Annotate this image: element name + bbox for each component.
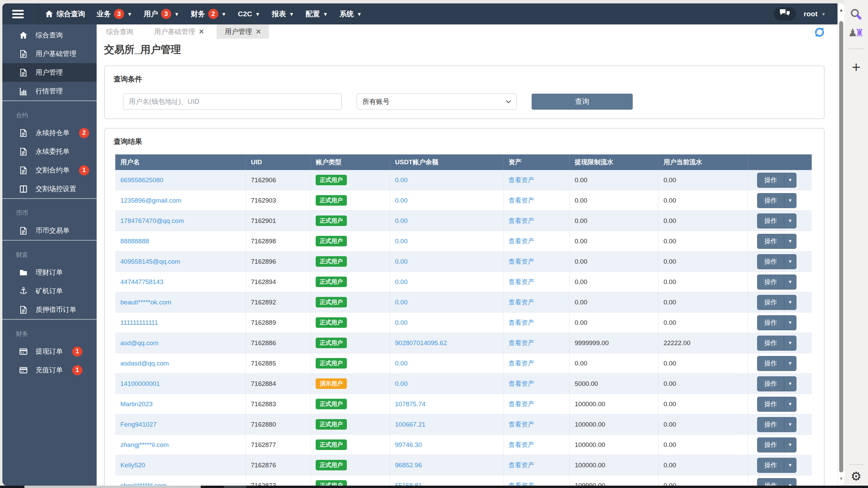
sidebar-toggle-button[interactable]	[2, 3, 34, 24]
view-assets-link[interactable]: 查看资产	[509, 481, 534, 486]
usdt-balance-link[interactable]: 96852.96	[395, 462, 422, 469]
username-link[interactable]: 88888888	[120, 238, 149, 245]
view-assets-link[interactable]: 查看资产	[509, 359, 534, 368]
view-assets-link[interactable]: 查看资产	[509, 176, 534, 185]
action-split-button[interactable]: 操作 ▼	[757, 417, 796, 432]
action-dropdown-caret[interactable]: ▼	[784, 255, 796, 269]
vertical-scrollbar[interactable]: ▲ ▼	[837, 3, 844, 486]
chess-extension-button[interactable]: ♟ ♜	[844, 28, 868, 38]
action-split-button[interactable]: 操作 ▼	[757, 397, 796, 412]
action-dropdown-caret[interactable]: ▼	[784, 356, 796, 371]
action-dropdown-caret[interactable]: ▼	[784, 377, 796, 391]
view-assets-link[interactable]: 查看资产	[509, 217, 534, 225]
search-tool-button[interactable]	[844, 8, 868, 20]
view-assets-link[interactable]: 查看资产	[509, 196, 534, 205]
user-menu[interactable]: root ▼	[804, 10, 826, 18]
action-button-label[interactable]: 操作	[757, 478, 784, 486]
username-link[interactable]: Kelly520	[120, 462, 145, 469]
sidebar-item-delivery[interactable]: 交割合约单1	[2, 161, 97, 180]
usdt-balance-link[interactable]: 0.00	[395, 258, 408, 265]
action-dropdown-caret[interactable]: ▼	[784, 234, 796, 248]
username-link[interactable]: 111111111111	[120, 319, 158, 326]
action-split-button[interactable]: 操作 ▼	[757, 478, 796, 486]
usdt-balance-link[interactable]: 0.00	[395, 319, 408, 326]
tab-综合查询[interactable]: 综合查询	[98, 24, 141, 39]
sidebar-item-query[interactable]: 综合查询	[2, 26, 97, 44]
sidebar-item-wealth-orders[interactable]: 理财订单	[2, 263, 97, 282]
usdt-balance-link[interactable]: 0.00	[395, 380, 408, 388]
username-link[interactable]: 409558145@qq.com	[120, 258, 180, 265]
username-link[interactable]: Feng941027	[120, 421, 157, 428]
action-split-button[interactable]: 操作 ▼	[757, 234, 796, 249]
refresh-button[interactable]	[814, 26, 825, 39]
usdt-balance-link[interactable]: 107875.74	[395, 400, 426, 408]
action-button-label[interactable]: 操作	[757, 255, 784, 269]
sidebar-item-market[interactable]: 行情管理	[2, 82, 97, 100]
action-dropdown-caret[interactable]: ▼	[784, 214, 796, 228]
action-split-button[interactable]: 操作 ▼	[757, 356, 796, 371]
sidebar-item-delivery-ctrl[interactable]: 交割场控设置	[2, 180, 97, 198]
usdt-balance-link[interactable]: 0.00	[395, 238, 408, 245]
usdt-balance-link[interactable]: 0.00	[395, 217, 408, 225]
username-link[interactable]: beauti*****ok.com	[120, 299, 171, 306]
action-dropdown-caret[interactable]: ▼	[784, 397, 796, 411]
action-button-label[interactable]: 操作	[757, 458, 784, 472]
action-button-label[interactable]: 操作	[757, 417, 784, 432]
close-icon[interactable]: ×	[199, 27, 204, 36]
view-assets-link[interactable]: 查看资产	[509, 440, 534, 449]
sidebar-item-miner-orders[interactable]: ⚓矿机订单	[2, 282, 97, 300]
view-assets-link[interactable]: 查看资产	[509, 237, 534, 246]
action-button-label[interactable]: 操作	[757, 234, 784, 248]
tab-用户基础管理[interactable]: 用户基础管理×	[146, 24, 212, 39]
nav-item-users[interactable]: 用户3▼	[138, 3, 185, 24]
action-button-label[interactable]: 操作	[757, 295, 784, 309]
account-type-select[interactable]: 所有账号	[357, 93, 517, 110]
sidebar-item-perp-orders[interactable]: 永续委托单	[2, 142, 97, 161]
sidebar-item-pledge-orders[interactable]: 质押借币订单	[2, 300, 97, 319]
usdt-balance-link[interactable]: 902807014095.62	[395, 339, 447, 347]
action-dropdown-caret[interactable]: ▼	[784, 417, 796, 432]
view-assets-link[interactable]: 查看资产	[509, 257, 534, 266]
username-link[interactable]: asd@qq.com	[120, 339, 158, 347]
action-dropdown-caret[interactable]: ▼	[784, 275, 796, 289]
action-button-label[interactable]: 操作	[757, 336, 784, 350]
sidebar-item-perp-positions[interactable]: 永续持仓单2	[2, 124, 97, 142]
action-dropdown-caret[interactable]: ▼	[784, 478, 796, 486]
action-split-button[interactable]: 操作 ▼	[757, 213, 796, 228]
view-assets-link[interactable]: 查看资产	[509, 298, 534, 307]
nav-item-home-query[interactable]: 综合查询	[39, 3, 91, 24]
usdt-balance-link[interactable]: 0.00	[395, 176, 408, 184]
view-assets-link[interactable]: 查看资产	[509, 379, 534, 388]
view-assets-link[interactable]: 查看资产	[509, 461, 534, 470]
username-link[interactable]: Martin2023	[120, 400, 153, 408]
action-split-button[interactable]: 操作 ▼	[757, 173, 796, 188]
horizontal-scrollbar-thumb[interactable]	[24, 486, 201, 488]
action-button-label[interactable]: 操作	[757, 275, 784, 289]
usdt-balance-link[interactable]: 0.00	[395, 197, 408, 204]
username-link[interactable]: 14100000001	[120, 380, 160, 388]
action-split-button[interactable]: 操作 ▼	[757, 437, 796, 452]
close-icon[interactable]: ×	[256, 27, 261, 36]
username-link[interactable]: zhangj*****il.com	[120, 441, 169, 449]
search-button[interactable]: 查询	[532, 94, 633, 110]
view-assets-link[interactable]: 查看资产	[509, 339, 534, 348]
action-button-label[interactable]: 操作	[757, 193, 784, 208]
action-dropdown-caret[interactable]: ▼	[784, 438, 796, 452]
action-split-button[interactable]: 操作 ▼	[757, 336, 796, 351]
scroll-up-arrow-icon[interactable]: ▲	[838, 7, 844, 13]
usdt-balance-link[interactable]: 0.00	[395, 360, 408, 367]
nav-item-config[interactable]: 配置▼	[300, 3, 334, 24]
action-dropdown-caret[interactable]: ▼	[784, 316, 796, 330]
action-button-label[interactable]: 操作	[757, 173, 784, 187]
sidebar-item-spot-trades[interactable]: 币币交易单	[2, 221, 97, 240]
view-assets-link[interactable]: 查看资产	[509, 318, 534, 327]
usdt-balance-link[interactable]: 0.00	[395, 278, 408, 286]
action-split-button[interactable]: 操作 ▼	[757, 295, 796, 310]
chat-button[interactable]	[774, 7, 796, 21]
action-button-label[interactable]: 操作	[757, 397, 784, 411]
sidebar-item-deposit-orders[interactable]: 充值订单1	[2, 361, 97, 379]
horizontal-scrollbar[interactable]	[0, 486, 868, 488]
action-button-label[interactable]: 操作	[757, 356, 784, 371]
view-assets-link[interactable]: 查看资产	[509, 278, 534, 286]
action-dropdown-caret[interactable]: ▼	[784, 173, 796, 187]
